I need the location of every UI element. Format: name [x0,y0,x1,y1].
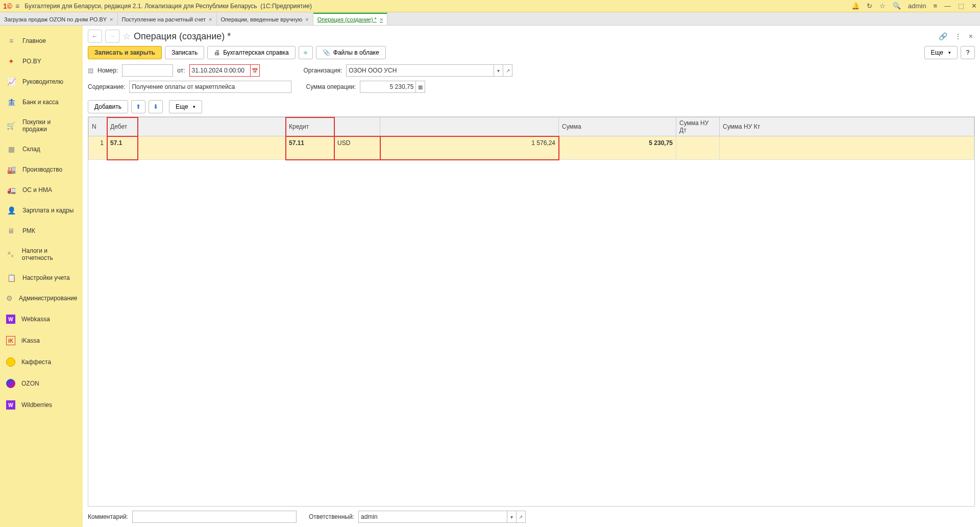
add-row-button[interactable]: Добавить [88,100,128,113]
sidebar-item-admin[interactable]: ⚙Администрирование [0,288,83,308]
tab-close-icon[interactable]: × [110,16,113,22]
cell-credit[interactable]: 57.11 [286,136,334,160]
tab-income[interactable]: Поступление на расчетный счет × [118,13,217,25]
col-debit-sub[interactable] [138,117,286,136]
cell-debit-sub[interactable] [138,136,286,160]
new-doc-icon: ▤ [88,67,93,74]
nav-back-button[interactable]: ← [88,30,102,43]
save-close-button[interactable]: Записать и закрыть [88,46,162,59]
cell-currency[interactable]: USD [334,136,380,160]
sidebar-item-wildberries[interactable]: WWildberries [0,394,83,416]
more-icon[interactable]: ⋮ [952,32,964,40]
tab-manual-ops[interactable]: Операции, введенные вручную × [217,13,313,25]
minimize-icon[interactable]: — [944,2,951,10]
col-sum[interactable]: Сумма [559,117,676,136]
move-down-button[interactable]: ⬇ [149,100,163,113]
star-icon[interactable]: ☆ [879,2,886,10]
col-credit-amt[interactable] [380,117,559,136]
cell-debit[interactable]: 57.1 [107,136,138,160]
gear-icon: ⚙ [6,294,13,302]
table-more-button[interactable]: Еще [169,100,202,113]
col-sum-nu-dt[interactable]: Сумма НУ Дт [676,117,720,136]
sidebar-item-label: Банк и касса [22,99,59,106]
date-field[interactable]: 31.10.2024 0:00:00📅 [189,64,260,77]
calendar-icon[interactable]: 📅 [251,64,260,77]
sidebar-item-manager[interactable]: 📈Руководителю [0,71,83,92]
sidebar-item-hr[interactable]: 👤Зарплата и кадры [0,200,83,221]
dropdown-icon[interactable]: ▾ [494,64,503,77]
label-comment: Комментарий: [88,513,128,520]
open-icon[interactable]: ↗ [517,511,526,523]
cart-icon: 🛒 [6,122,16,130]
sidebar-item-rmk[interactable]: 🖥РМК [0,221,83,241]
tab-close-icon[interactable]: × [209,16,212,22]
favorite-star-icon[interactable]: ☆ [122,31,131,42]
sidebar-item-kaffesta[interactable]: Каффеста [0,351,83,373]
close-page-icon[interactable]: × [967,32,975,40]
sidebar-item-ozon[interactable]: OZON [0,373,83,394]
sidebar-item-main[interactable]: ≡Главное [0,31,83,51]
sidebar-item-settings[interactable]: 📋Настройки учета [0,268,83,288]
tab-close-icon[interactable]: × [380,16,383,22]
history-icon[interactable]: ↻ [867,2,872,10]
struct-button[interactable]: ⎆ [299,46,313,59]
settings-icon[interactable]: ≡ [933,2,937,10]
cell-n[interactable]: 1 [89,136,107,160]
save-button[interactable]: Записать [165,46,204,59]
cell-nu-kt[interactable] [720,136,974,160]
tab-close-icon[interactable]: × [305,16,308,22]
table-row[interactable]: 1 57.1 57.11 USD 1 576,24 5 230,75 [89,136,974,160]
sidebar-item-poby[interactable]: ✦PO.BY [0,51,83,71]
number-field[interactable] [122,64,173,77]
col-credit[interactable]: Кредит [286,117,334,136]
main-menu-icon[interactable]: ≡ [15,2,19,10]
person-icon: 👤 [6,206,16,214]
maximize-icon[interactable]: ⬚ [958,2,964,10]
sidebar-item-production[interactable]: 🏭Производство [0,159,83,180]
col-sum-nu-kt[interactable]: Сумма НУ Кт [720,117,974,136]
cell-nu-dt[interactable] [676,136,720,160]
org-field[interactable]: ОЗОН ООО УСН▾↗ [346,64,512,77]
sidebar-item-webkassa[interactable]: WWebkassa [0,308,83,330]
sidebar-item-warehouse[interactable]: ▦Склад [0,139,83,159]
label-opsum: Сумма операции: [306,83,356,90]
tab-op-create[interactable]: Операция (создание) * × [313,13,388,25]
cell-sum[interactable]: 5 230,75 [559,136,676,160]
tabsbar: Загрузка продаж OZON по дням PO.BY × Пос… [0,12,980,26]
move-up-button[interactable]: ⬆ [131,100,145,113]
form-row-number: ▤ Номер: от: 31.10.2024 0:00:00📅 Организ… [88,64,975,77]
acct-ref-button[interactable]: 🖨Бухгалтерская справка [207,46,296,59]
user-label[interactable]: admin [908,2,926,10]
sidebar-item-label: Руководителю [22,78,63,85]
calc-icon[interactable]: ▦ [416,81,425,93]
cloud-files-button[interactable]: 📎Файлы в облаке [316,46,386,59]
link-icon[interactable]: 🔗 [937,32,949,40]
sidebar-item-tax[interactable]: ᴬₓНалоги и отчетность [0,241,83,268]
opsum-field[interactable]: 5 230,75▦ [360,81,425,93]
sidebar-item-assets[interactable]: 🚛ОС и НМА [0,180,83,200]
comment-field[interactable] [132,511,297,523]
nav-forward-button[interactable]: → [105,30,119,43]
content-field[interactable]: Получение оплаты от маркетплейса [129,81,291,93]
col-debit[interactable]: Дебет [107,117,138,136]
sidebar-item-bank[interactable]: 🏦Банк и касса [0,92,83,112]
grid-icon: ▦ [6,145,16,153]
responsible-field[interactable]: admin▾↗ [358,511,526,523]
sidebar-item-label: Налоги и отчетность [22,247,77,261]
col-n[interactable]: N [89,117,107,136]
dropdown-icon[interactable]: ▾ [507,511,517,523]
tab-ozon-load[interactable]: Загрузка продаж OZON по дням PO.BY × [0,13,118,25]
cell-amount[interactable]: 1 576,24 [380,136,559,160]
col-credit-cur[interactable] [334,117,380,136]
sidebar-item-label: PO.BY [22,58,41,65]
close-icon[interactable]: ✕ [971,2,977,10]
open-icon[interactable]: ↗ [503,64,512,77]
ozon-icon [6,379,15,388]
sidebar-item-sales[interactable]: 🛒Покупки и продажи [0,112,83,139]
entries-table[interactable]: N Дебет Кредит Сумма Сумма НУ Дт Сумма Н… [88,116,975,507]
bell-icon[interactable]: 🔔 [851,2,860,10]
sidebar-item-ikassa[interactable]: iKiKassa [0,330,83,351]
help-button[interactable]: ? [961,46,975,59]
search-icon[interactable]: 🔍 [893,2,901,10]
more-button[interactable]: Еще [924,46,958,59]
